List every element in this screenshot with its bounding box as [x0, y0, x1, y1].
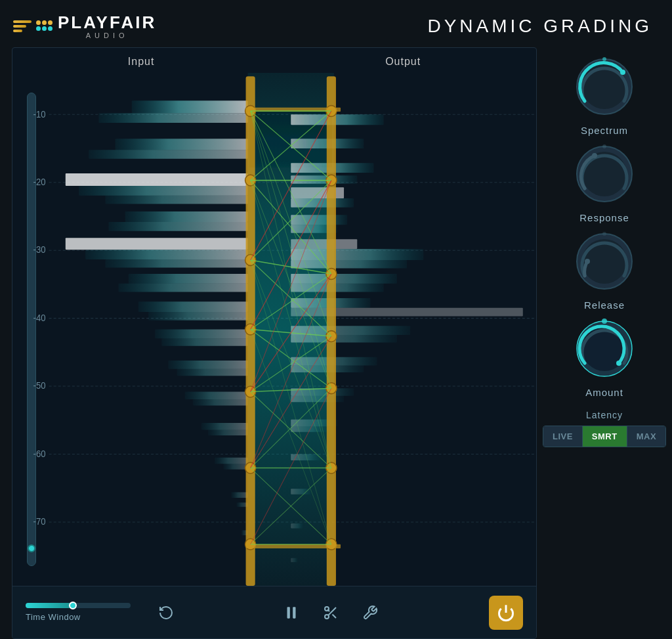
svg-rect-28	[119, 284, 248, 292]
logo-line-3	[13, 30, 22, 32]
slider-fill	[26, 603, 73, 608]
svg-rect-25	[85, 250, 247, 259]
visualizer-panel: Input Output	[12, 47, 537, 639]
svg-rect-27	[129, 274, 248, 284]
logo-dot-5	[42, 26, 47, 31]
bottom-controls: Time Window	[12, 586, 536, 638]
logo-sub-text: AUDIO	[58, 32, 156, 39]
svg-text:-40: -40	[33, 313, 46, 323]
logo-dot-4	[36, 26, 41, 31]
svg-rect-20	[79, 186, 248, 196]
slider-thumb[interactable]	[69, 602, 77, 609]
app-title: DYNAMIC GRADING	[427, 16, 652, 37]
svg-rect-124	[287, 607, 290, 618]
latency-live-button[interactable]: LIVE	[543, 426, 583, 447]
center-icons	[188, 601, 473, 625]
svg-rect-58	[291, 308, 523, 317]
svg-text:-30: -30	[33, 245, 46, 255]
response-knob-group: Response	[572, 141, 637, 223]
latency-section: Latency LIVE SMRT MAX	[549, 410, 660, 447]
svg-point-138	[592, 153, 597, 158]
svg-rect-44	[291, 114, 383, 125]
visualizer-container: Input Output	[12, 47, 537, 639]
svg-rect-70	[291, 558, 297, 562]
svg-rect-22	[125, 211, 248, 222]
settings-button[interactable]	[358, 601, 382, 625]
svg-rect-35	[185, 391, 248, 399]
svg-rect-38	[208, 430, 248, 435]
spectrum-knob-group: Spectrum	[572, 54, 637, 136]
amount-knob[interactable]	[572, 316, 637, 382]
svg-rect-33	[168, 361, 247, 369]
logo-area: PLAYFAIR AUDIO	[13, 14, 156, 39]
viz-canvas: -10 -20 -30 -40 -50 -60 -70	[12, 73, 536, 586]
svg-rect-18	[89, 150, 247, 159]
reset-button[interactable]	[154, 601, 178, 625]
latency-smrt-button[interactable]: SMRT	[583, 426, 627, 447]
svg-rect-37	[201, 423, 248, 430]
logo-text: PLAYFAIR AUDIO	[58, 14, 156, 39]
input-label: Input	[128, 56, 155, 68]
release-label: Release	[584, 299, 625, 311]
logo-line-1	[13, 20, 32, 23]
svg-text:-20: -20	[33, 177, 46, 187]
svg-rect-34	[177, 369, 248, 376]
logo-dot-2	[42, 20, 47, 25]
svg-point-135	[602, 57, 606, 61]
svg-point-134	[620, 70, 625, 75]
header: PLAYFAIR AUDIO DYNAMIC GRADING	[0, 0, 672, 47]
output-label: Output	[385, 56, 421, 68]
svg-rect-23	[108, 222, 247, 231]
visualizer-svg: -10 -20 -30 -40 -50 -60 -70	[12, 73, 536, 586]
response-label: Response	[579, 212, 629, 223]
svg-rect-24	[66, 238, 248, 250]
time-window-label: Time Window	[26, 612, 144, 622]
svg-rect-41	[231, 493, 247, 498]
power-button[interactable]	[489, 596, 523, 630]
svg-rect-54	[291, 260, 407, 269]
svg-point-142	[585, 259, 590, 264]
svg-point-127	[325, 615, 329, 619]
latency-max-button[interactable]: MAX	[627, 426, 665, 447]
logo-dot-3	[48, 20, 52, 25]
latency-buttons: LIVE SMRT MAX	[543, 426, 666, 447]
svg-rect-30	[148, 312, 248, 320]
svg-rect-32	[161, 338, 247, 346]
spectrum-knob[interactable]	[572, 54, 637, 120]
svg-rect-125	[293, 607, 295, 618]
logo-dot-6	[48, 26, 52, 31]
svg-rect-56	[291, 284, 383, 292]
svg-text:-60: -60	[33, 449, 46, 458]
logo-main-text: PLAYFAIR	[58, 14, 156, 31]
logo-dots	[36, 20, 52, 31]
svg-rect-29	[138, 301, 248, 312]
svg-text:-50: -50	[33, 381, 46, 391]
svg-rect-39	[215, 458, 248, 464]
svg-text:-10: -10	[33, 109, 46, 119]
svg-rect-21	[105, 196, 247, 204]
cut-button[interactable]	[319, 601, 343, 625]
svg-rect-68	[291, 489, 310, 494]
main-content: Input Output	[0, 47, 672, 639]
svg-rect-31	[155, 330, 247, 339]
svg-rect-69	[291, 523, 303, 528]
svg-rect-16	[98, 113, 247, 123]
svg-rect-17	[116, 139, 248, 150]
svg-rect-40	[223, 464, 247, 469]
svg-point-146	[616, 361, 621, 366]
latency-label: Latency	[586, 410, 623, 420]
svg-rect-47	[291, 175, 357, 184]
viz-header: Input Output	[12, 48, 536, 73]
amount-label: Amount	[585, 387, 623, 398]
time-window-slider[interactable]	[26, 603, 131, 608]
svg-rect-26	[105, 259, 247, 268]
svg-line-129	[332, 614, 336, 618]
response-knob[interactable]	[572, 141, 637, 207]
svg-point-143	[602, 232, 606, 236]
logo-dot-1	[36, 20, 41, 25]
svg-rect-19	[66, 173, 248, 186]
svg-point-139	[602, 144, 606, 148]
release-knob[interactable]	[572, 229, 637, 294]
svg-rect-50	[291, 215, 347, 225]
pause-button[interactable]	[280, 601, 303, 625]
